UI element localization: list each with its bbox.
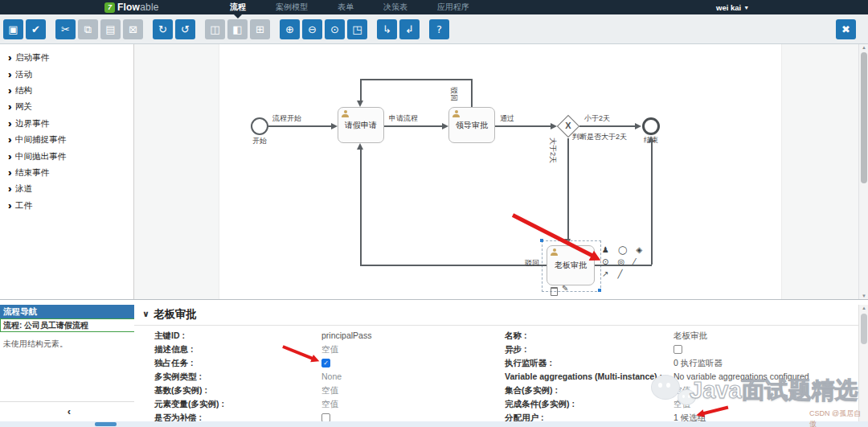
edge-label-apply: 申请流程 xyxy=(389,113,418,124)
same-size-icon: ⊞ xyxy=(256,23,264,35)
tab-案例模型[interactable]: 案例模型 xyxy=(276,2,308,13)
user-task-icon xyxy=(342,110,349,117)
property-row: 名称 :老板审批 xyxy=(505,329,858,343)
properties-scrollbar[interactable]: ▲ xyxy=(858,305,868,421)
canvas-vertical-scrollbar[interactable]: ▲ ▼ xyxy=(858,44,868,299)
property-value[interactable]: principalPass xyxy=(321,331,371,340)
process-nav-header: 流程导航 xyxy=(0,305,138,318)
start-event[interactable] xyxy=(251,117,268,135)
property-value[interactable]: 空值 xyxy=(321,344,338,355)
zoom-fit-button[interactable]: ◳ xyxy=(347,19,367,39)
task-label: 领导审批 xyxy=(456,120,488,131)
property-checkbox[interactable]: ✓ xyxy=(321,359,330,367)
bendpoint-remove-button[interactable]: ↲ xyxy=(399,19,420,39)
property-value[interactable]: 空值 xyxy=(321,385,338,396)
end-event[interactable] xyxy=(642,117,660,135)
close-editor-button[interactable]: ✖ xyxy=(836,19,856,39)
scroll-up-icon[interactable]: ▲ xyxy=(859,45,868,50)
palette-group-中间捕捉事件[interactable]: ›中间捕捉事件 xyxy=(0,132,133,148)
property-row: 独占任务 :✓ xyxy=(154,356,492,370)
palette-group-泳道[interactable]: ›泳道 xyxy=(0,181,133,197)
collapse-panel-icon[interactable]: ‹ xyxy=(68,405,71,417)
user-menu[interactable]: wei kai ▼ xyxy=(716,0,749,14)
redo-button[interactable]: ↻ xyxy=(153,19,173,39)
tab-决策表[interactable]: 决策表 xyxy=(383,2,407,13)
properties-panel: ∨ 老板审批 主键ID :principalPass描述信息 :空值独占任务 :… xyxy=(134,299,868,421)
edge-reject-bottom xyxy=(360,150,362,265)
quick-actions-row3[interactable]: ↗ ╱ xyxy=(602,269,626,278)
property-label: 多实例类型 : xyxy=(154,372,202,383)
property-label: 执行监听器 : xyxy=(505,358,552,369)
selection-handle[interactable] xyxy=(540,239,543,242)
quick-actions-row1[interactable]: ♟ ◯ ◈ xyxy=(602,245,645,254)
scroll-up-icon[interactable]: ▲ xyxy=(859,306,868,310)
arrowhead xyxy=(442,123,448,129)
palette-group-结束事件[interactable]: ›结束事件 xyxy=(0,165,133,181)
palette-group-边界事件[interactable]: ›边界事件 xyxy=(0,116,133,132)
property-checkbox[interactable] xyxy=(674,345,682,354)
palette-group-中间抛出事件[interactable]: ›中间抛出事件 xyxy=(0,148,133,164)
property-row: 描述信息 :空值 xyxy=(154,343,492,356)
zoom-out-button[interactable]: ⊖ xyxy=(302,19,322,39)
scrollbar-thumb[interactable] xyxy=(861,52,867,183)
edge-gt2 xyxy=(567,138,569,239)
property-value[interactable]: None xyxy=(321,372,342,381)
tab-流程[interactable]: 流程 xyxy=(230,2,246,13)
selection-handle[interactable] xyxy=(598,289,601,292)
palette-group-启动事件[interactable]: ›启动事件 xyxy=(0,50,133,66)
property-label: 名称 : xyxy=(505,331,526,342)
save-button[interactable]: ▣ xyxy=(3,19,23,39)
align-vertical-icon: ◫ xyxy=(210,23,219,35)
help-button[interactable]: ? xyxy=(429,19,449,39)
property-label: 元素变量(多实例) : xyxy=(154,399,224,410)
tab-表单[interactable]: 表单 xyxy=(338,2,354,13)
property-row: 基数(多实例) :空值 xyxy=(154,384,492,397)
chevron-right-icon: › xyxy=(8,202,11,210)
zoom-actual-icon: ⊙ xyxy=(330,23,339,35)
zoom-in-button[interactable]: ⊕ xyxy=(280,19,300,39)
process-nav-note: 未使用结构元素。 xyxy=(3,339,68,350)
property-value[interactable]: 空值 xyxy=(321,399,338,410)
edit-element-icon[interactable]: ✎ xyxy=(562,284,568,293)
same-size-button: ⊞ xyxy=(250,19,270,39)
cut-button[interactable]: ✂ xyxy=(55,19,76,39)
task-label: 请假申请 xyxy=(345,120,377,131)
zoom-actual-button[interactable]: ⊙ xyxy=(325,19,345,39)
palette-group-label: 启动事件 xyxy=(15,52,49,64)
redo-icon: ↻ xyxy=(158,23,167,35)
undo-button[interactable]: ↺ xyxy=(175,19,195,39)
property-value[interactable]: 0 执行监听器 xyxy=(674,358,723,369)
bendpoint-add-button[interactable]: ↳ xyxy=(377,19,397,39)
gateway-x-icon: X xyxy=(562,119,575,133)
palette-group-结构[interactable]: ›结构 xyxy=(0,83,133,99)
scroll-down-icon[interactable]: ▼ xyxy=(859,294,868,298)
palette-group-工件[interactable]: ›工件 xyxy=(0,198,133,214)
property-value[interactable]: No variable aggregations configured xyxy=(674,372,809,381)
palette-group-活动[interactable]: ›活动 xyxy=(0,66,133,82)
scrollbar-thumb[interactable] xyxy=(861,314,867,344)
bottom-horizontal-scrollbar[interactable] xyxy=(0,421,868,427)
properties-header[interactable]: ∨ 老板审批 xyxy=(134,306,868,326)
property-value[interactable]: 老板审批 xyxy=(674,331,707,342)
delete-element-icon[interactable] xyxy=(551,287,558,296)
task-leader-approve[interactable]: 领导审批 xyxy=(448,107,495,143)
task-leave-apply[interactable]: 请假申请 xyxy=(338,107,384,143)
scrollbar-thumb[interactable] xyxy=(95,422,117,426)
chevron-right-icon: › xyxy=(8,185,11,193)
property-row: 多实例类型 :None xyxy=(154,370,492,384)
palette-group-label: 网关 xyxy=(15,101,32,113)
palette-group-网关[interactable]: ›网关 xyxy=(0,99,133,115)
validate-button[interactable]: ✔ xyxy=(26,19,46,39)
bpmn-canvas[interactable]: 驳回 开始 流程开始 请假申请 申请流程 领导审批 通过 X 判断是否大于2天 … xyxy=(134,44,868,299)
property-label: 异步 : xyxy=(505,344,526,355)
canvas-paper xyxy=(219,44,782,299)
arrowhead xyxy=(648,136,654,142)
flowable-logo[interactable]: 7 Flowable xyxy=(104,1,159,14)
element-palette: ›启动事件›活动›结构›网关›边界事件›中间捕捉事件›中间抛出事件›结束事件›泳… xyxy=(0,44,134,299)
tab-应用程序[interactable]: 应用程序 xyxy=(437,2,469,13)
quick-actions-row2[interactable]: ⊙ ◎ ⁄ xyxy=(602,257,638,266)
process-nav-current[interactable]: 流程: 公司员工请假流程 xyxy=(0,318,138,332)
property-value[interactable]: 空值 xyxy=(674,399,690,410)
chevron-down-icon: ∨ xyxy=(142,309,149,319)
property-value[interactable]: 空值 xyxy=(674,385,690,396)
